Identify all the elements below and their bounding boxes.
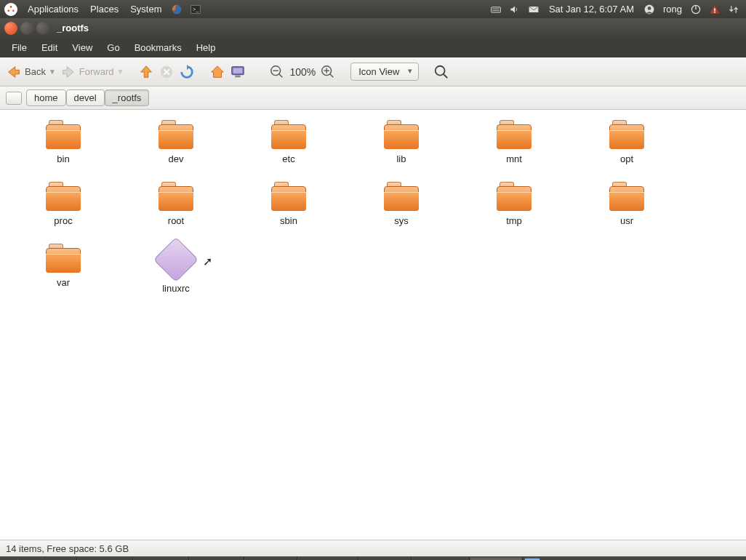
window-titlebar[interactable]: _rootfs [0,18,746,38]
svg-rect-16 [714,12,715,13]
item-label: var [57,277,70,288]
folder-item-usr[interactable]: usr [579,182,674,226]
applications-menu[interactable]: Applications [22,4,84,15]
menubar: File Edit View Go Bookmarks Help [0,38,746,57]
firefox-launcher-icon[interactable] [169,3,184,15]
folder-item-root[interactable]: root [129,182,223,226]
stop-button [159,64,175,80]
system-menu[interactable]: System [124,4,167,15]
item-label: usr [620,215,633,226]
mail-indicator-icon[interactable] [526,3,541,15]
folder-icon [609,182,644,211]
drive-icon[interactable] [6,92,22,105]
breadcrumb-home[interactable]: home [26,89,66,106]
forward-label: Forward [79,66,114,77]
item-label: dev [169,153,184,164]
item-label: opt [620,153,633,164]
ubuntu-logo-icon[interactable] [4,3,17,16]
svg-rect-15 [714,8,715,11]
status-bar: 14 items, Free space: 5.6 GB [0,540,746,556]
folder-item-var[interactable]: var [16,244,111,294]
window-title: _rootfs [57,23,89,33]
item-label: tmp [506,215,522,226]
item-label: sys [394,215,409,226]
file-item-linuxrc[interactable]: ➚linuxrc [129,244,223,294]
breadcrumb-_rootfs[interactable]: _rootfs [105,89,150,106]
terminal-launcher-icon[interactable]: >_ [188,3,203,15]
folder-icon [159,182,193,211]
reload-button[interactable] [179,64,195,80]
taskbar-item[interactable]: >_[root… [244,557,297,560]
taskbar-item[interactable]: [rong… [77,557,132,560]
window-maximize-button[interactable] [36,22,49,35]
back-label: Back [25,66,46,77]
item-label: linuxrc [162,283,190,294]
taskbar-item[interactable]: [Zynq … [17,557,77,560]
folder-icon [271,120,306,149]
svg-point-3 [12,9,15,12]
folder-icon [271,182,306,211]
power-icon[interactable] [689,3,703,15]
back-button[interactable]: Back ▼ [6,64,56,80]
folder-item-opt[interactable]: opt [579,120,674,164]
user-indicator-icon[interactable] [642,3,657,15]
menu-help[interactable]: Help [189,42,223,53]
network-icon[interactable] [726,3,741,15]
status-text: 14 items, Free space: 5.6 GB [6,543,129,554]
folder-item-sys[interactable]: sys [354,182,449,226]
menu-file[interactable]: File [4,42,34,53]
keyboard-indicator-icon[interactable] [489,3,503,15]
svg-point-12 [648,7,651,10]
folder-item-mnt[interactable]: mnt [467,120,561,164]
folder-icon [384,120,419,149]
taskbar-item[interactable]: >_[rong… [189,557,244,560]
show-desktop-button[interactable] [524,558,540,561]
clock[interactable]: Sat Jan 12, 6:07 AM [549,4,634,15]
zoom-level: 100% [289,66,316,78]
folder-item-proc[interactable]: proc [16,182,111,226]
menu-go[interactable]: Go [100,42,127,53]
top-panel: Applications Places System >_ Sat Jan 12… [0,0,746,18]
menu-edit[interactable]: Edit [34,42,65,53]
taskbar-item[interactable]: >_[root… [358,557,412,560]
item-label: sbin [280,215,297,226]
folder-item-dev[interactable]: dev [129,120,223,164]
item-label: etc [282,153,294,164]
svg-point-28 [436,65,445,75]
search-button[interactable] [433,64,449,80]
svg-rect-7 [491,7,500,12]
taskbar-item[interactable]: [widg… [133,557,189,560]
up-button[interactable] [138,64,154,80]
item-label: root [168,215,184,226]
folder-item-bin[interactable]: bin [16,120,111,164]
warning-indicator-icon[interactable] [707,3,722,15]
home-button[interactable] [209,64,225,80]
computer-button[interactable] [230,64,246,80]
taskbar-item[interactable]: [JPEG… [297,557,358,560]
folder-icon [46,182,81,211]
menu-bookmarks[interactable]: Bookmarks [127,42,189,53]
taskbar-item[interactable]: _rootfs [470,557,524,560]
menu-view[interactable]: View [65,42,100,53]
user-name[interactable]: rong [663,4,682,15]
breadcrumb-devel[interactable]: devel [66,89,105,106]
taskbar-item[interactable]: [ramd… [412,557,470,560]
file-view[interactable]: bindevetclibmntoptprocrootsbinsystmpusrv… [0,110,746,540]
folder-item-lib[interactable]: lib [354,120,449,164]
svg-rect-20 [236,75,241,77]
svg-point-1 [10,6,12,8]
zoom-in-button[interactable] [320,64,336,80]
folder-item-tmp[interactable]: tmp [467,182,561,226]
window-minimize-button[interactable] [20,22,33,35]
zoom-out-button[interactable] [269,64,285,80]
volume-icon[interactable] [508,3,522,15]
bottom-panel: [Zynq …[rong…[widg…>_[rong…>_[root…[JPEG… [0,556,746,560]
places-menu[interactable]: Places [84,4,124,15]
folder-item-etc[interactable]: etc [241,120,336,164]
view-mode-select[interactable]: Icon View [350,63,419,81]
svg-line-25 [330,73,334,77]
folder-icon [159,120,193,149]
folder-item-sbin[interactable]: sbin [241,182,336,226]
forward-button[interactable]: Forward ▼ [60,64,124,80]
window-close-button[interactable] [4,22,17,35]
